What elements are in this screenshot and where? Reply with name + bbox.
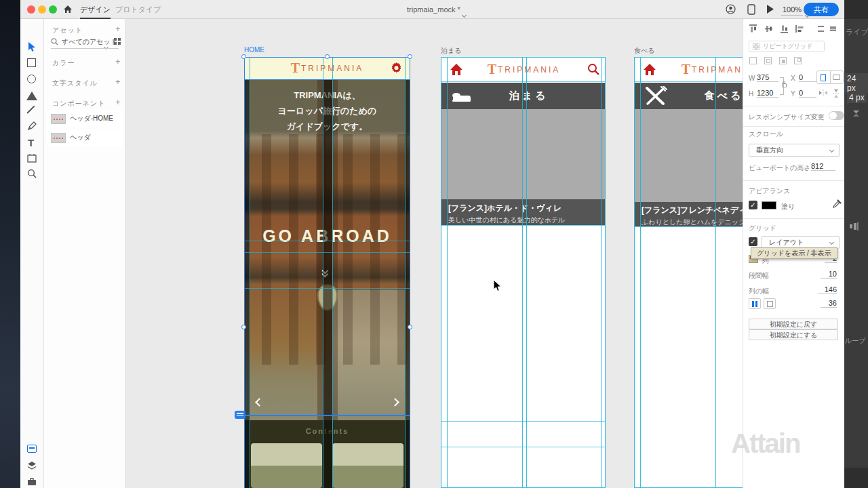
boolean-add-icon[interactable] (749, 57, 757, 64)
portrait-orientation-button[interactable] (817, 71, 831, 83)
y-input[interactable]: 0 (799, 89, 816, 98)
polygon-tool-icon[interactable] (26, 92, 37, 100)
carousel-prev-icon[interactable] (256, 396, 262, 408)
contents-card[interactable] (251, 443, 322, 488)
assets-text-styles-add-button[interactable]: + (115, 77, 121, 87)
traffic-light-zoom-button[interactable] (49, 5, 57, 14)
artboard-tool-icon[interactable] (27, 153, 37, 163)
column-layout-button[interactable] (749, 298, 761, 309)
select-tool-icon[interactable] (28, 42, 37, 52)
repeat-grid-button[interactable]: リピートグリッド (749, 41, 825, 52)
traffic-light-close-button[interactable] (27, 5, 35, 14)
selection-handle[interactable] (408, 325, 412, 329)
play-icon[interactable] (766, 5, 774, 14)
plugins-panel-toggle-icon[interactable] (27, 477, 37, 486)
flip-vertical-icon[interactable] (833, 89, 840, 98)
carousel-next-icon[interactable] (392, 396, 398, 408)
appearance-section-label: アピアランス (749, 186, 790, 196)
viewport-height-marker[interactable] (235, 411, 245, 419)
margin-input[interactable]: 36 (821, 299, 837, 308)
selection-handle[interactable] (241, 325, 246, 329)
guide-line (244, 241, 410, 241)
boolean-exclude-icon[interactable] (794, 57, 802, 64)
document-title[interactable]: tripmaia_mock * (407, 5, 460, 14)
gutter-input[interactable]: 10 (821, 270, 837, 279)
home-header[interactable]: T TRIPMANIA (244, 57, 410, 80)
component-item-label: ヘッダ-HOME (70, 114, 113, 123)
titlebar[interactable]: デザイン プロトタイプ tripmaia_mock * 100% 共有 (20, 0, 844, 19)
document-title-chevron-icon[interactable] (462, 7, 466, 20)
tab-prototype[interactable]: プロトタイプ (115, 5, 161, 15)
lock-icon[interactable] (782, 83, 787, 87)
reset-defaults-button[interactable]: 初期設定に戻す (749, 319, 838, 329)
layers-panel-toggle-icon[interactable] (27, 461, 37, 470)
margin-layout-button[interactable] (764, 298, 776, 309)
align-center-icon[interactable] (816, 24, 825, 33)
account-icon[interactable] (726, 4, 736, 14)
assets-search-input[interactable]: すべてのアセット (62, 37, 117, 47)
rectangle-tool-icon[interactable] (27, 58, 36, 67)
fill-color-swatch[interactable] (762, 201, 776, 209)
home-icon[interactable] (643, 63, 656, 76)
assets-colors-add-button[interactable]: + (115, 56, 121, 66)
artboard-home-label[interactable]: HOME (244, 46, 264, 54)
artboard-stay-label[interactable]: 泊まる (441, 46, 461, 56)
flip-horizontal-icon[interactable] (819, 89, 827, 96)
assets-panel-toggle-icon[interactable] (27, 445, 37, 453)
component-thumbnail (51, 114, 66, 124)
selection-handle[interactable] (408, 54, 412, 59)
pen-tool-icon[interactable] (27, 121, 37, 131)
boolean-subtract-icon[interactable] (764, 57, 772, 64)
assets-search-chevron-icon[interactable] (104, 39, 108, 52)
home-icon[interactable] (450, 63, 463, 76)
zoom-level-dropdown[interactable]: 100% (781, 5, 803, 16)
boolean-intersect-icon[interactable] (779, 57, 787, 64)
search-icon[interactable] (587, 63, 599, 75)
component-item-header-home[interactable]: ヘッダ-HOME (47, 110, 123, 127)
contents-card[interactable] (332, 443, 403, 488)
eyedropper-icon[interactable] (833, 199, 842, 208)
zoom-tool-icon[interactable] (27, 169, 37, 178)
component-item-header[interactable]: ヘッダ (47, 129, 123, 146)
guide-line (441, 421, 606, 422)
guide-line (715, 58, 716, 488)
stay-card-caption[interactable]: [フランス]ホテル・ド・ヴィレ 美しい中世の村にある魅力的なホテル (441, 199, 606, 225)
align-left-icon[interactable] (795, 24, 804, 33)
column-width-input[interactable]: 146 (818, 285, 837, 294)
width-input[interactable]: 375 (757, 73, 778, 82)
stay-category-bar[interactable]: 泊まる (441, 83, 606, 109)
align-bottom-icon[interactable] (780, 24, 789, 33)
background-value-4px: 4 px (847, 92, 867, 103)
scroll-direction-dropdown[interactable]: 垂直方向 (749, 144, 840, 157)
selection-handle[interactable] (325, 54, 330, 59)
fill-checkbox[interactable]: ✓ (749, 201, 757, 209)
align-top-icon[interactable] (749, 24, 757, 33)
landscape-orientation-button[interactable] (831, 71, 844, 83)
set-defaults-button[interactable]: 初期設定にする (749, 329, 838, 340)
selection-handle[interactable] (241, 54, 246, 59)
gear-icon[interactable] (391, 62, 402, 74)
assets-grid-view-icon[interactable] (114, 38, 121, 45)
device-preview-icon[interactable] (747, 4, 755, 15)
responsive-resize-toggle[interactable] (829, 111, 844, 120)
stay-header[interactable]: T TRIPMANIA (441, 58, 606, 82)
artboard-eat-label[interactable]: 食べる (634, 46, 654, 56)
stay-image-placeholder[interactable] (441, 109, 606, 199)
distribute-horizontal-icon[interactable] (829, 24, 837, 33)
assets-components-add-button[interactable]: + (115, 97, 121, 107)
text-tool-icon[interactable]: T (28, 137, 34, 148)
ellipse-tool-icon[interactable] (27, 75, 36, 83)
assets-add-button[interactable]: + (115, 24, 121, 34)
x-input[interactable]: 0 (799, 73, 816, 82)
home-icon[interactable] (62, 4, 73, 15)
artboard-home[interactable]: T TRIPMANIA TRIPMANIAは、 ヨーロッパ旅行のための ガイドブ… (244, 57, 410, 488)
align-middle-icon[interactable] (764, 24, 773, 33)
line-tool-icon[interactable] (26, 106, 35, 114)
grid-checkbox[interactable]: ✓ (749, 237, 757, 246)
viewport-height-input[interactable]: 812 (811, 162, 835, 171)
share-button[interactable]: 共有 (804, 3, 839, 16)
tab-design[interactable]: デザイン (80, 5, 111, 19)
traffic-light-minimize-button[interactable] (38, 5, 46, 14)
artboard-stay[interactable]: T TRIPMANIA 泊まる [フランス]ホテル・ド・ヴィレ 美しい中世の村に… (441, 57, 606, 488)
height-input[interactable]: 1230 (757, 89, 778, 98)
